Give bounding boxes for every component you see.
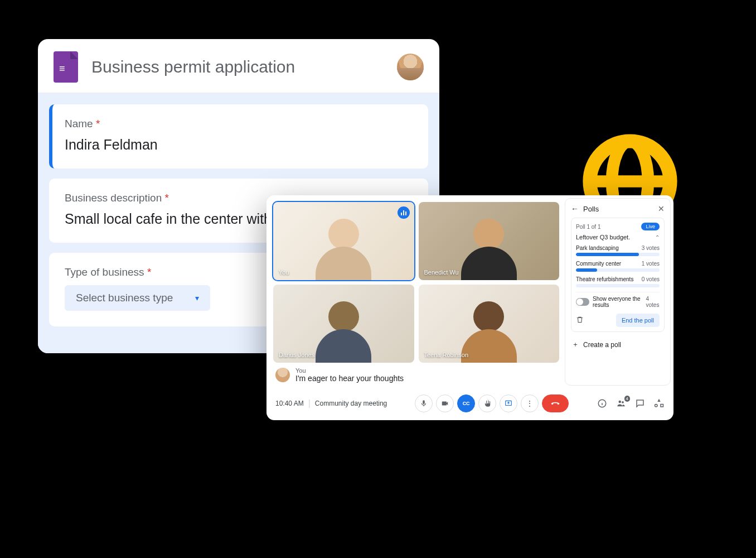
poll-option[interactable]: Theatre refurbishments0 votes [576, 276, 660, 287]
video-grid: You Benedict Wu Darius Jones Teena Robin… [273, 202, 559, 363]
raise-hand-button[interactable] [478, 395, 496, 412]
google-forms-icon: ≡ [54, 51, 78, 83]
poll-bar-bg [576, 268, 660, 272]
poll-bar-bg [576, 284, 660, 287]
delete-poll-icon[interactable] [576, 316, 584, 325]
meet-bottom-bar: 10:40 AM | Community day meeting CC ⋮ [266, 388, 673, 420]
poll-bar [576, 268, 597, 272]
caption-speaker: You [295, 367, 404, 374]
svg-point-9 [622, 401, 624, 403]
poll-option-name: Park landscaping [576, 245, 619, 251]
svg-rect-5 [405, 211, 406, 215]
plus-icon: ＋ [572, 340, 579, 349]
end-poll-button[interactable]: End the poll [616, 314, 660, 327]
meeting-time: 10:40 AM [275, 400, 304, 407]
name-input[interactable]: Indira Feldman [65, 137, 413, 153]
poll-option-name: Theatre refurbishments [576, 276, 633, 282]
create-poll-label: Create a poll [583, 341, 621, 349]
poll-results-toggle-row: Show everyone the results 4 votes [576, 292, 660, 308]
polls-title: Polls [583, 205, 599, 213]
tile-name: You [279, 269, 289, 276]
video-tile[interactable]: Teena Robinson [419, 285, 560, 363]
info-icon[interactable] [597, 398, 608, 409]
video-tile[interactable]: Benedict Wu [419, 202, 560, 280]
poll-option-votes: 3 votes [642, 245, 660, 251]
mic-button[interactable] [415, 395, 433, 412]
show-results-toggle[interactable] [576, 298, 589, 306]
divider: | [308, 398, 311, 408]
poll-option-votes: 1 votes [642, 261, 660, 267]
present-button[interactable] [500, 395, 517, 412]
meeting-controls: CC ⋮ [415, 395, 569, 412]
caption-row: You I'm eager to hear your thoughts [273, 363, 559, 383]
polls-panel: ← Polls ✕ Poll 1 of 1 Live Leftover Q3 b… [565, 198, 671, 386]
question-name[interactable]: Name * Indira Feldman [49, 104, 428, 169]
camera-button[interactable] [436, 395, 454, 412]
close-icon[interactable]: ✕ [658, 204, 665, 213]
svg-rect-4 [403, 210, 404, 215]
svg-rect-3 [401, 213, 402, 215]
create-poll-button[interactable]: ＋ Create a poll [571, 336, 665, 353]
bar-right-icons: 4 [597, 398, 665, 409]
chat-icon[interactable] [634, 398, 646, 409]
live-badge: Live [641, 223, 660, 230]
tile-name: Darius Jones [279, 352, 314, 358]
poll-option[interactable]: Community center1 votes [576, 261, 660, 272]
select-placeholder: Select business type [76, 292, 173, 304]
poll-bar-bg [576, 253, 660, 256]
tile-name: Benedict Wu [424, 269, 459, 276]
meeting-name: Community day meeting [315, 400, 387, 407]
back-arrow-icon[interactable]: ← [571, 204, 579, 213]
video-tile[interactable]: Darius Jones [273, 285, 414, 363]
polls-header: ← Polls ✕ [571, 204, 665, 213]
participant-count: 4 [624, 396, 630, 402]
poll-option-name: Community center [576, 261, 621, 267]
poll-option-votes: 0 votes [642, 276, 660, 282]
tile-name: Teena Robinson [424, 352, 469, 358]
poll-question: Leftover Q3 budget. [576, 234, 630, 240]
caption-text: I'm eager to hear your thoughts [295, 374, 404, 383]
meet-window: You Benedict Wu Darius Jones Teena Robin… [266, 195, 673, 420]
show-results-label: Show everyone the results [593, 296, 643, 308]
video-tile-you[interactable]: You [273, 202, 414, 280]
poll-card: Poll 1 of 1 Live Leftover Q3 budget. ⌃ P… [571, 218, 665, 332]
total-votes: 4 votes [646, 296, 660, 308]
poll-bar [576, 253, 639, 256]
svg-point-8 [619, 401, 622, 403]
poll-question-row[interactable]: Leftover Q3 budget. ⌃ [576, 234, 660, 240]
people-icon[interactable]: 4 [616, 398, 627, 409]
more-options-button[interactable]: ⋮ [521, 395, 539, 412]
business-type-select[interactable]: Select business type ▾ [65, 285, 210, 311]
forms-header: ≡ Business permit application [38, 39, 439, 93]
caption-avatar [275, 368, 290, 382]
captions-button[interactable]: CC [457, 395, 475, 412]
meet-main: You Benedict Wu Darius Jones Teena Robin… [266, 195, 565, 388]
form-title: Business permit application [91, 57, 397, 76]
end-call-button[interactable] [542, 395, 569, 412]
chevron-down-icon: ▾ [195, 294, 199, 302]
poll-option[interactable]: Park landscaping3 votes [576, 245, 660, 256]
chevron-up-icon: ⌃ [655, 234, 660, 240]
activities-icon[interactable] [653, 398, 665, 409]
poll-indicator-icon [398, 206, 410, 219]
poll-counter: Poll 1 of 1 [576, 224, 600, 230]
question-label: Name * [65, 118, 413, 130]
user-avatar[interactable] [397, 54, 424, 80]
